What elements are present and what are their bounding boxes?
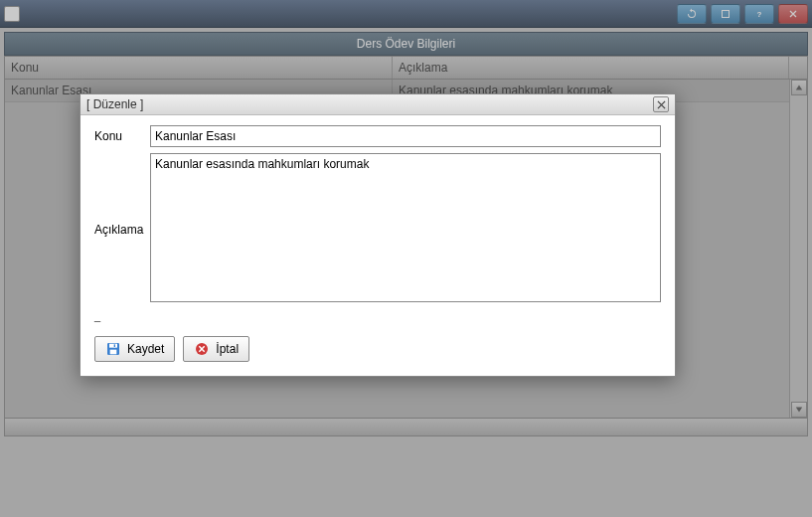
svg-rect-4 — [110, 350, 117, 355]
status-text: _ — [94, 308, 661, 330]
konu-label: Konu — [94, 125, 150, 143]
save-icon — [105, 341, 121, 357]
konu-input[interactable] — [150, 125, 661, 147]
cancel-button-label: İptal — [216, 342, 239, 356]
dialog-header[interactable]: [ Düzenle ] — [81, 94, 675, 115]
dialog-close-button[interactable] — [653, 96, 669, 112]
save-button[interactable]: Kaydet — [94, 336, 175, 362]
close-icon — [657, 100, 666, 109]
aciklama-textarea[interactable] — [150, 153, 661, 302]
aciklama-label: Açıklama — [94, 219, 150, 237]
cancel-button[interactable]: İptal — [183, 336, 249, 362]
save-button-label: Kaydet — [127, 342, 164, 356]
dialog-title: [ Düzenle ] — [86, 97, 143, 111]
svg-rect-5 — [114, 344, 115, 347]
svg-rect-3 — [109, 344, 117, 348]
cancel-icon — [194, 341, 210, 357]
edit-dialog: [ Düzenle ] Konu Açıklama _ Kaydet — [80, 93, 676, 377]
